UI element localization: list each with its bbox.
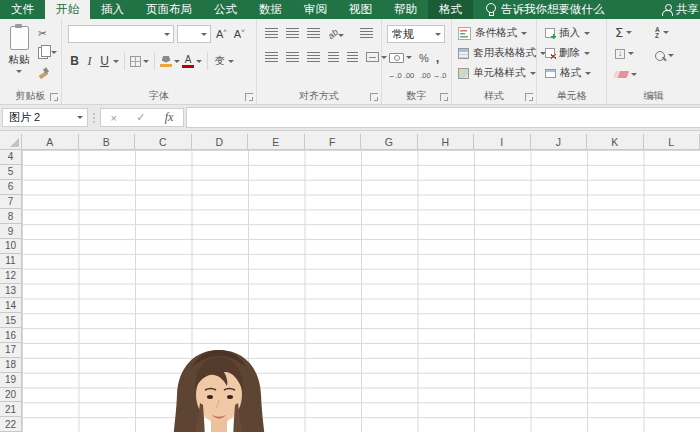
column-header-F[interactable]: F [305,134,362,150]
row-header-6[interactable]: 6 [0,180,22,195]
font-name-combobox[interactable] [68,25,174,43]
fill-color-button[interactable] [160,56,172,67]
format-as-table-button[interactable]: 套用表格格式 [452,43,546,63]
column-header-C[interactable]: C [135,134,192,150]
dialog-launcher-icon[interactable] [525,93,533,101]
row-header-12[interactable]: 12 [0,269,22,284]
comma-style-button[interactable]: , [436,50,440,65]
percent-style-button[interactable]: % [419,52,429,64]
row-header-16[interactable]: 16 [0,328,22,343]
column-header-L[interactable]: L [644,134,700,150]
underline-button[interactable]: U [98,54,111,68]
tab-data[interactable]: 数据 [248,0,293,19]
font-color-button[interactable]: A [182,55,194,68]
tab-help[interactable]: 帮助 [383,0,428,19]
dialog-launcher-icon[interactable] [50,93,58,101]
column-header-B[interactable]: B [79,134,136,150]
column-header-H[interactable]: H [418,134,475,150]
align-top-icon[interactable] [265,28,278,38]
row-header-11[interactable]: 11 [0,254,22,269]
dialog-launcher-icon[interactable] [440,93,448,101]
tab-view[interactable]: 视图 [338,0,383,19]
share-button[interactable]: 共享 [662,0,700,19]
fill-button[interactable]: ↓ [615,46,637,61]
row-header-21[interactable]: 21 [0,402,22,417]
align-right-icon[interactable] [307,52,320,62]
wrap-text-icon[interactable] [360,28,373,38]
phonetic-guide-button[interactable]: 变 [213,54,226,68]
column-header-K[interactable]: K [587,134,644,150]
bold-button[interactable]: B [68,54,81,68]
borders-icon[interactable] [130,56,141,67]
number-format-combobox[interactable]: 常规 [387,25,445,43]
column-header-A[interactable]: A [22,134,79,150]
column-header-I[interactable]: I [474,134,531,150]
italic-button[interactable]: I [83,54,96,69]
format-cells-button[interactable]: 格式 [539,63,591,83]
insert-function-button[interactable]: fx [165,110,174,125]
row-header-15[interactable]: 15 [0,313,22,328]
dialog-launcher-icon[interactable] [370,93,378,101]
row-header-14[interactable]: 14 [0,298,22,313]
chevron-down-icon[interactable] [143,60,149,63]
row-header-9[interactable]: 9 [0,224,22,239]
cut-button[interactable]: ✂ [38,26,57,39]
chevron-down-icon[interactable] [113,60,119,63]
increase-indent-icon[interactable] [347,52,358,62]
tab-formulas[interactable]: 公式 [203,0,248,19]
row-header-7[interactable]: 7 [0,195,22,210]
tab-insert[interactable]: 插入 [90,0,135,19]
sort-filter-button[interactable]: AZ [655,25,674,40]
paste-button[interactable]: 粘贴 [3,23,35,87]
chevron-down-icon[interactable] [174,60,180,63]
row-header-13[interactable]: 13 [0,284,22,299]
format-painter-button[interactable] [38,66,57,79]
copy-button[interactable] [38,46,57,59]
insert-cells-button[interactable]: 插入 [539,23,591,43]
row-header-20[interactable]: 20 [0,388,22,403]
clear-button[interactable] [615,67,637,82]
conditional-formatting-button[interactable]: 条件格式 [452,23,546,43]
name-box[interactable]: 图片 2 [2,108,88,127]
font-size-combobox[interactable] [177,25,211,43]
row-header-8[interactable]: 8 [0,209,22,224]
cells-area[interactable] [22,150,700,432]
select-all-corner[interactable] [0,134,22,150]
row-header-22[interactable]: 22 [0,417,22,432]
decrease-font-size-button[interactable]: A˅ [232,28,247,40]
enter-button[interactable]: ✓ [136,111,145,124]
autosum-button[interactable]: Σ [615,25,637,40]
row-header-19[interactable]: 19 [0,373,22,388]
align-bottom-icon[interactable] [307,28,320,38]
align-middle-icon[interactable] [286,28,299,38]
namebox-splitter[interactable] [88,113,100,123]
chevron-down-icon[interactable] [228,60,234,63]
accounting-format-button[interactable] [389,53,412,63]
decrease-decimal-button[interactable]: .00 →.0 [420,71,446,80]
tell-me-search[interactable]: 告诉我你想要做什么 [485,0,605,19]
row-header-10[interactable]: 10 [0,239,22,254]
column-header-D[interactable]: D [192,134,249,150]
tab-picture-format[interactable]: 格式 [428,0,473,19]
cancel-button[interactable]: × [111,112,117,124]
column-header-E[interactable]: E [248,134,305,150]
column-header-G[interactable]: G [361,134,418,150]
increase-decimal-button[interactable]: ←.0 .00 [388,71,414,80]
find-select-button[interactable] [655,48,674,63]
tab-file[interactable]: 文件 [0,0,45,19]
tab-home[interactable]: 开始 [45,0,90,19]
row-header-5[interactable]: 5 [0,165,22,180]
decrease-indent-icon[interactable] [328,52,339,62]
row-header-17[interactable]: 17 [0,343,22,358]
tab-page-layout[interactable]: 页面布局 [135,0,203,19]
row-header-4[interactable]: 4 [0,150,22,165]
column-header-J[interactable]: J [531,134,588,150]
row-header-18[interactable]: 18 [0,358,22,373]
delete-cells-button[interactable]: 删除 [539,43,591,63]
cell-styles-button[interactable]: 单元格样式 [452,63,546,83]
formula-input[interactable] [186,107,700,128]
tab-review[interactable]: 审阅 [293,0,338,19]
dialog-launcher-icon[interactable] [245,93,253,101]
orientation-button[interactable]: ab [328,27,344,39]
align-center-icon[interactable] [286,52,299,62]
